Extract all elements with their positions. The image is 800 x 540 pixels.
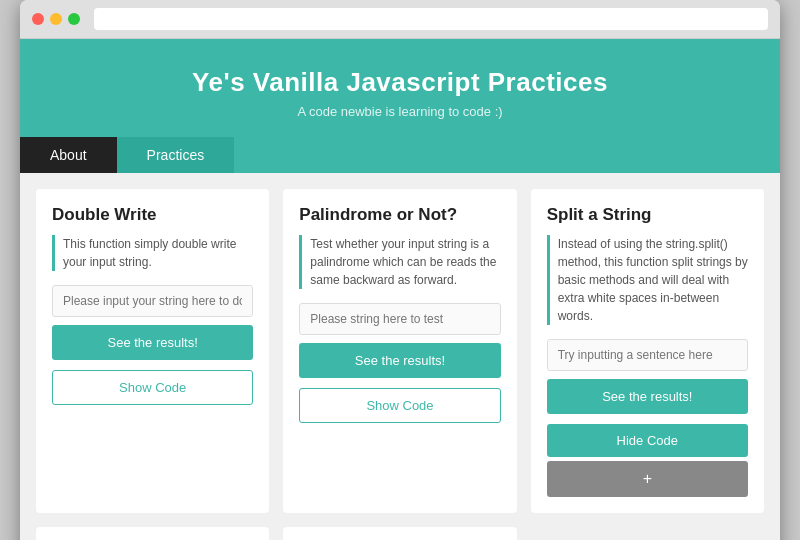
main-content: Double Write This function simply double… <box>20 173 780 540</box>
input-palindrome[interactable] <box>299 303 500 335</box>
hide-code-button-split[interactable]: Hide Code <box>547 424 748 457</box>
site-header: Ye's Vanilla Javascript Practices A code… <box>20 39 780 137</box>
card-title-double-write: Double Write <box>52 205 253 225</box>
empty-slot <box>531 527 764 540</box>
nav-about[interactable]: About <box>20 137 117 173</box>
results-button-palindrome[interactable]: See the results! <box>299 343 500 378</box>
page-content: Ye's Vanilla Javascript Practices A code… <box>20 39 780 540</box>
nav-bar: About Practices <box>20 137 780 173</box>
plus-button-split[interactable]: + <box>547 461 748 497</box>
card-double-write: Double Write This function simply double… <box>36 189 269 513</box>
maximize-dot[interactable] <box>68 13 80 25</box>
url-bar[interactable] <box>94 8 768 30</box>
input-double-write[interactable] <box>52 285 253 317</box>
card-desc-split: Instead of using the string.split() meth… <box>547 235 748 325</box>
show-code-button-double-write[interactable]: Show Code <box>52 370 253 405</box>
results-button-double-write[interactable]: See the results! <box>52 325 253 360</box>
nav-practices[interactable]: Practices <box>117 137 235 173</box>
card-palindrome: Palindrome or Not? Test whether your inp… <box>283 189 516 513</box>
card-character-counts: Character Counts <box>283 527 516 540</box>
card-reverse-write: Reverse Write Your input string will be … <box>36 527 269 540</box>
site-title: Ye's Vanilla Javascript Practices <box>40 67 760 98</box>
card-desc-double-write: This function simply double write your i… <box>52 235 253 271</box>
minimize-dot[interactable] <box>50 13 62 25</box>
card-title-split: Split a String <box>547 205 748 225</box>
card-title-palindrome: Palindrome or Not? <box>299 205 500 225</box>
browser-chrome <box>20 0 780 39</box>
results-button-split[interactable]: See the results! <box>547 379 748 414</box>
card-desc-palindrome: Test whether your input string is a pali… <box>299 235 500 289</box>
show-code-button-palindrome[interactable]: Show Code <box>299 388 500 423</box>
browser-window: Ye's Vanilla Javascript Practices A code… <box>20 0 780 540</box>
close-dot[interactable] <box>32 13 44 25</box>
site-subtitle: A code newbie is learning to code :) <box>40 104 760 119</box>
input-split[interactable] <box>547 339 748 371</box>
card-split-string: Split a String Instead of using the stri… <box>531 189 764 513</box>
